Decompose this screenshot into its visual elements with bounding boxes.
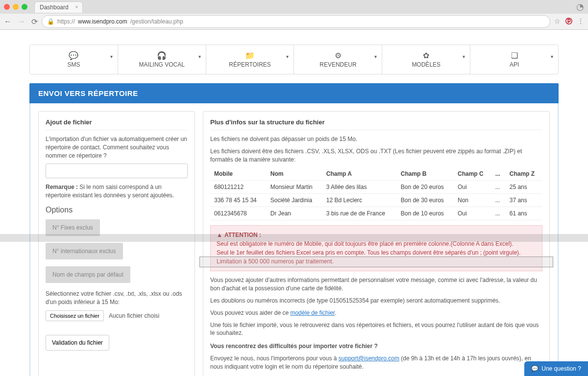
help-text: Envoyez le nous, nous l'importerons pour… <box>210 354 542 371</box>
menu-icon[interactable]: ⋮ <box>577 17 584 26</box>
nav-modeles[interactable]: ✿MODÈLES▾ <box>382 45 470 74</box>
table-header: Champ B <box>397 167 454 181</box>
browser-tab[interactable]: Dashboard × <box>34 1 83 13</box>
nav-api[interactable]: ❑API▾ <box>470 45 558 74</box>
gear-icon: ✿ <box>382 51 470 60</box>
address-bar[interactable]: 🔒 https://www.isendpro.com/gestion/table… <box>42 15 550 28</box>
tab-title: Dashboard <box>40 4 69 11</box>
nav-sms[interactable]: 💬SMS▾ <box>30 45 118 74</box>
options-heading: Options <box>46 206 188 214</box>
close-icon[interactable] <box>4 4 10 10</box>
info-para-2b: Les doublons ou numéros incorrects (de t… <box>210 297 542 305</box>
profile-icon[interactable]: ◔ <box>576 1 584 12</box>
no-file-label: Aucun fichier choisi <box>109 312 159 319</box>
url-path: /gestion/tableau.php <box>130 18 183 25</box>
info-para-2d: Une fois le fichier importé, vous le ret… <box>210 321 542 338</box>
left-panel-title: Ajout de fichier <box>46 118 188 130</box>
help-title: Vous rencontrez des difficultés pour imp… <box>210 342 542 351</box>
repertoire-name-input[interactable] <box>46 164 188 178</box>
star-icon[interactable]: ☆ <box>554 17 561 26</box>
info-line-2: Les fichiers doivent être des fichiers .… <box>210 147 542 164</box>
left-intro: L'importation d'un fichier va automatiqu… <box>46 135 188 160</box>
table-header: Champ A <box>322 167 397 181</box>
browser-toolbar: ← → ⟳ 🔒 https://www.isendpro.com/gestion… <box>0 14 588 29</box>
url-host: www.isendpro.com <box>78 18 127 25</box>
table-header: Nom <box>267 167 322 181</box>
browser-titlebar: Dashboard × ◔ <box>0 0 588 14</box>
chat-icon: 💬 <box>531 365 539 372</box>
chevron-down-icon: ▾ <box>198 54 201 59</box>
window-controls <box>4 4 27 10</box>
content-box: Ajout de fichier L'importation d'un fich… <box>29 103 559 376</box>
minimize-icon[interactable] <box>13 4 19 10</box>
chevron-down-icon: ▾ <box>286 54 289 59</box>
forward-icon[interactable]: → <box>18 17 25 26</box>
right-panel: Plus d'infos sur la structure du fichier… <box>203 111 550 376</box>
choose-file-button[interactable]: Choisissez un fichier <box>46 310 104 321</box>
reload-icon[interactable]: ⟳ <box>31 17 38 26</box>
info-para-2c: Vous pouvez vous aider de ce modèle de f… <box>210 309 542 317</box>
left-panel: Ajout de fichier L'importation d'un fich… <box>38 111 195 376</box>
table-row: 336 78 45 15 34Société Jardinia12 Bd Lec… <box>210 194 542 207</box>
table-row: 0612345678Dr Jean3 bis rue de de FranceB… <box>210 207 542 220</box>
table-header: Champ C <box>454 167 491 181</box>
lock-icon: 🔒 <box>47 18 54 25</box>
warning-icon: ▲ <box>217 232 222 238</box>
chevron-down-icon: ▾ <box>374 54 377 59</box>
option-default-fields[interactable]: Nom de champs par défaut <box>46 266 130 283</box>
top-nav: 💬SMS▾ 🎧MAILING VOCAL▾ 📁RÉPERTOIRES▾ ⚙REV… <box>29 45 559 74</box>
option-intl-excluded[interactable]: N° internationaux exclus <box>46 243 123 259</box>
gear-icon: ⚙ <box>294 51 382 60</box>
right-panel-title: Plus d'infos sur la structure du fichier <box>210 118 542 130</box>
headset-icon: 🎧 <box>118 51 206 60</box>
chevron-down-icon: ▾ <box>110 54 113 59</box>
browser-chrome: Dashboard × ◔ ← → ⟳ 🔒 https://www.isendp… <box>0 0 588 30</box>
template-file-link[interactable]: modèle de fichier <box>290 309 335 316</box>
table-header: Mobile <box>210 167 267 181</box>
nav-repertoires[interactable]: 📁RÉPERTOIRES▾ <box>206 45 294 74</box>
folder-icon: 📁 <box>206 51 294 60</box>
nav-mailing-vocal[interactable]: 🎧MAILING VOCAL▾ <box>118 45 206 74</box>
table-header: Champ Z <box>506 167 542 181</box>
table-header: ... <box>491 167 506 181</box>
page-body: 💬SMS▾ 🎧MAILING VOCAL▾ 📁RÉPERTOIRES▾ ⚙REV… <box>0 30 588 376</box>
validate-file-button[interactable]: Validation du fichier <box>46 335 109 351</box>
pinterest-icon[interactable]: ⓟ <box>565 17 572 26</box>
url-scheme: https:// <box>57 18 75 25</box>
table-row: 680121212Monsieur Martin3 Allée des lila… <box>210 181 542 194</box>
structure-table: MobileNomChamp AChamp BChamp C...Champ Z… <box>210 167 542 220</box>
chevron-down-icon: ▾ <box>463 54 465 59</box>
chat-icon: 💬 <box>30 51 118 60</box>
tab-close-icon[interactable]: × <box>75 4 78 10</box>
attention-box: ▲ATTENTION : Seul est obligatoire le num… <box>210 225 542 271</box>
page-title: ENVOI VERS RÉPERTOIRE <box>29 83 559 103</box>
maximize-icon[interactable] <box>22 4 27 10</box>
chevron-down-icon: ▾ <box>551 54 553 59</box>
chat-widget[interactable]: 💬Une question ? <box>524 361 588 376</box>
option-fixed-excluded[interactable]: N° Fixes exclus <box>46 219 100 236</box>
nav-revendeur[interactable]: ⚙REVENDEUR▾ <box>294 45 382 74</box>
file-instructions: Sélectionnez votre fichier .csv, .txt, .… <box>46 290 188 306</box>
support-email-link[interactable]: support@isendpro.com <box>339 355 399 362</box>
left-remark: Remarque : Si le nom saisi correspond à … <box>46 183 188 200</box>
info-line-1: Les fichiers ne doivent pas dépasser un … <box>210 135 542 143</box>
code-icon: ❑ <box>470 51 558 60</box>
back-icon[interactable]: ← <box>4 17 12 26</box>
info-para-2a: Vous pouvez ajouter d'autres information… <box>210 276 542 293</box>
